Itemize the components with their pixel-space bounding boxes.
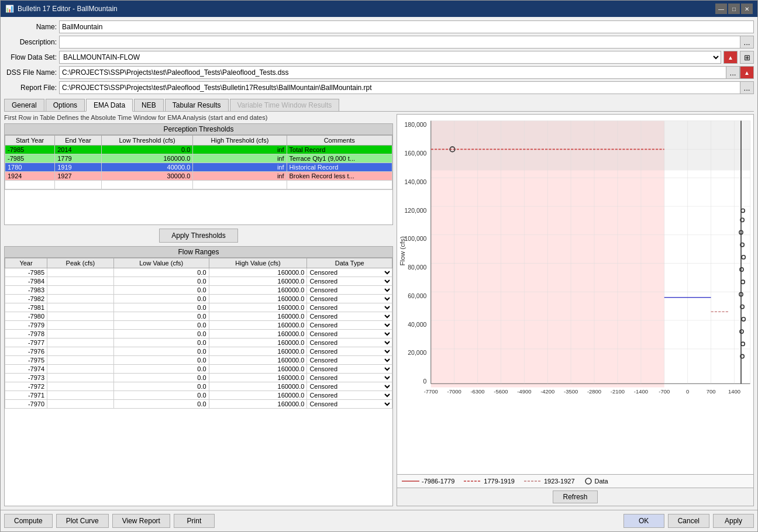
cell-peak[interactable] <box>47 382 114 391</box>
cell-start[interactable]: -7985 <box>5 146 55 154</box>
data-type-select[interactable]: Censored Systematic Historic <box>307 338 392 347</box>
cell-year[interactable]: -7984 <box>5 277 47 286</box>
cell-data-type[interactable]: Censored Systematic Historic <box>307 303 392 312</box>
cell-year[interactable]: -7973 <box>5 374 47 382</box>
cell-peak[interactable] <box>47 330 114 338</box>
table-row[interactable]: -7980 0.0 160000.0 Censored Systematic H… <box>5 312 392 321</box>
cell-low-val[interactable]: 0.0 <box>113 374 209 382</box>
cell-peak[interactable] <box>47 338 114 347</box>
cell-peak[interactable] <box>47 295 114 303</box>
cell-low-val[interactable]: 0.0 <box>113 277 209 286</box>
cell-data-type[interactable]: Censored Systematic Historic <box>307 321 392 330</box>
table-row[interactable]: -7977 0.0 160000.0 Censored Systematic H… <box>5 338 392 347</box>
cell-low-val[interactable]: 0.0 <box>113 356 209 365</box>
cell-low[interactable]: 30000.0 <box>101 172 193 181</box>
table-row[interactable]: -7971 0.0 160000.0 Censored Systematic H… <box>5 391 392 400</box>
cell-year[interactable]: -7982 <box>5 295 47 303</box>
cell-peak[interactable] <box>47 356 114 365</box>
cell-peak[interactable] <box>47 365 114 374</box>
cancel-button[interactable]: Cancel <box>668 514 709 528</box>
cell-low-val[interactable]: 0.0 <box>113 303 209 312</box>
table-row[interactable]: -7975 0.0 160000.0 Censored Systematic H… <box>5 356 392 365</box>
tab-general[interactable]: General <box>4 99 44 111</box>
description-browse-button[interactable]: ... <box>740 36 754 49</box>
cell-year[interactable]: -7977 <box>5 338 47 347</box>
table-row[interactable]: -7973 0.0 160000.0 Censored Systematic H… <box>5 374 392 382</box>
cell-start[interactable] <box>5 181 55 189</box>
cell-data-type[interactable]: Censored Systematic Historic <box>307 295 392 303</box>
table-row[interactable]: -7981 0.0 160000.0 Censored Systematic H… <box>5 303 392 312</box>
data-type-select[interactable]: Censored Systematic Historic <box>307 347 392 355</box>
cell-low-val[interactable]: 0.0 <box>113 365 209 374</box>
data-type-select[interactable]: Censored Systematic Historic <box>307 303 392 312</box>
cell-data-type[interactable]: Censored Systematic Historic <box>307 330 392 338</box>
data-type-select[interactable]: Censored Systematic Historic <box>307 268 392 277</box>
data-type-select[interactable]: Censored Systematic Historic <box>307 374 392 382</box>
ok-button[interactable]: OK <box>623 514 664 528</box>
cell-peak[interactable] <box>47 268 114 277</box>
cell-peak[interactable] <box>47 286 114 295</box>
cell-high[interactable] <box>193 181 287 189</box>
cell-peak[interactable] <box>47 400 114 409</box>
print-button[interactable]: Print <box>174 514 215 528</box>
cell-year[interactable]: -7975 <box>5 356 47 365</box>
cell-low-val[interactable]: 0.0 <box>113 400 209 409</box>
cell-comment[interactable]: Terrace Qty1 (9,000 t... <box>287 154 392 163</box>
cell-low-val[interactable]: 0.0 <box>113 330 209 338</box>
cell-comment[interactable]: Historical Record <box>287 163 392 172</box>
table-row[interactable]: 1780 1919 40000.0 inf Historical Record <box>5 163 392 172</box>
data-type-select[interactable]: Censored Systematic Historic <box>307 277 392 285</box>
table-row[interactable]: -7983 0.0 160000.0 Censored Systematic H… <box>5 286 392 295</box>
data-type-select[interactable]: Censored Systematic Historic <box>307 382 392 391</box>
cell-low-val[interactable]: 0.0 <box>113 286 209 295</box>
report-browse-button[interactable]: ... <box>740 81 754 94</box>
cell-peak[interactable] <box>47 303 114 312</box>
cell-peak[interactable] <box>47 312 114 321</box>
cell-data-type[interactable]: Censored Systematic Historic <box>307 382 392 391</box>
cell-low-val[interactable]: 0.0 <box>113 347 209 356</box>
cell-high-val[interactable]: 160000.0 <box>209 400 307 409</box>
compute-button[interactable]: Compute <box>4 514 53 528</box>
cell-year[interactable]: -7970 <box>5 400 47 409</box>
cell-high-val[interactable]: 160000.0 <box>209 312 307 321</box>
cell-year[interactable]: -7976 <box>5 347 47 356</box>
cell-high-val[interactable]: 160000.0 <box>209 338 307 347</box>
table-row[interactable]: -7970 0.0 160000.0 Censored Systematic H… <box>5 400 392 409</box>
cell-data-type[interactable]: Censored Systematic Historic <box>307 400 392 409</box>
cell-high[interactable]: inf <box>193 172 287 181</box>
dss-red-icon-button[interactable]: ▲ <box>740 66 754 79</box>
data-type-select[interactable]: Censored Systematic Historic <box>307 365 392 373</box>
data-type-select[interactable]: Censored Systematic Historic <box>307 400 392 408</box>
minimize-button[interactable]: — <box>715 4 727 14</box>
cell-high-val[interactable]: 160000.0 <box>209 382 307 391</box>
cell-high-val[interactable]: 160000.0 <box>209 330 307 338</box>
cell-data-type[interactable]: Censored Systematic Historic <box>307 391 392 400</box>
cell-data-type[interactable]: Censored Systematic Historic <box>307 347 392 356</box>
data-type-select[interactable]: Censored Systematic Historic <box>307 295 392 303</box>
cell-year[interactable]: -7983 <box>5 286 47 295</box>
cell-end[interactable] <box>55 181 102 189</box>
data-type-select[interactable]: Censored Systematic Historic <box>307 312 392 320</box>
plot-curve-button[interactable]: Plot Curve <box>56 514 109 528</box>
cell-peak[interactable] <box>47 374 114 382</box>
cell-low[interactable]: 160000.0 <box>101 154 193 163</box>
cell-data-type[interactable]: Censored Systematic Historic <box>307 312 392 321</box>
table-row[interactable]: -7978 0.0 160000.0 Censored Systematic H… <box>5 330 392 338</box>
cell-end[interactable]: 1927 <box>55 172 102 181</box>
cell-peak[interactable] <box>47 347 114 356</box>
description-input[interactable] <box>59 36 740 49</box>
table-row[interactable]: -7974 0.0 160000.0 Censored Systematic H… <box>5 365 392 374</box>
cell-high-val[interactable]: 160000.0 <box>209 303 307 312</box>
cell-comment[interactable] <box>287 181 392 189</box>
table-row[interactable]: -7985 2014 0.0 inf Total Record <box>5 146 392 154</box>
flow-data-set-select[interactable]: BALLMOUNTAIN-FLOW <box>59 51 721 64</box>
tab-options[interactable]: Options <box>46 99 85 111</box>
cell-year[interactable]: -7971 <box>5 391 47 400</box>
dss-file-input[interactable] <box>59 66 726 79</box>
cell-low[interactable] <box>101 181 193 189</box>
cell-end[interactable]: 1919 <box>55 163 102 172</box>
tab-neb[interactable]: NEB <box>134 99 164 111</box>
close-button[interactable]: ✕ <box>741 4 753 14</box>
cell-end[interactable]: 1779 <box>55 154 102 163</box>
cell-high-val[interactable]: 160000.0 <box>209 277 307 286</box>
